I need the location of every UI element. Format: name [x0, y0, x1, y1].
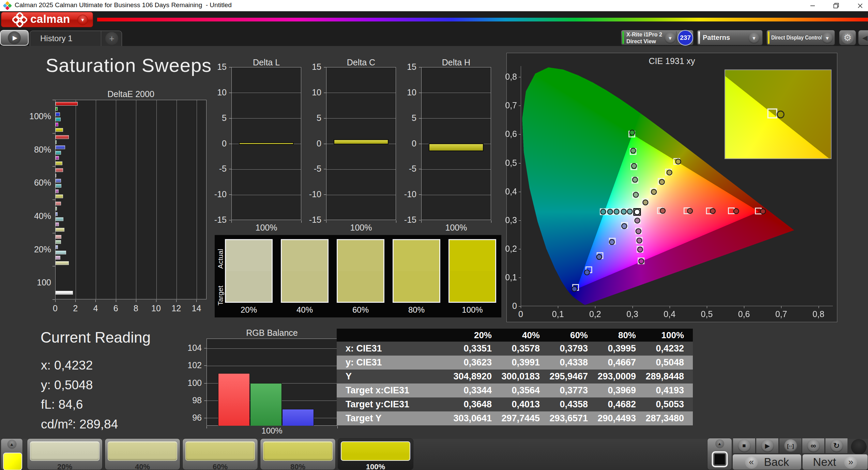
delta_c-ytickdash: [324, 118, 326, 119]
swatch-target-half: [226, 271, 272, 302]
deltae2000-gridline: [197, 100, 197, 299]
table-cell: 0,4358: [549, 397, 597, 411]
restore-button[interactable]: [828, 0, 844, 11]
cie-xtickdash: [558, 306, 558, 308]
delta_c-ytick: -15: [302, 215, 321, 225]
stop-icon: ■: [738, 439, 751, 452]
delta_h-ytickdash: [419, 220, 421, 220]
measure-up-button[interactable]: ▲: [715, 439, 724, 448]
cie-chart-title: CIE 1931 xy: [507, 56, 837, 66]
meter-dropdown[interactable]: X-Rite i1Pro 2 Direct View ▼ 237: [621, 30, 694, 45]
triangle-up-icon: ▲: [10, 442, 14, 447]
rgb-gridline: [207, 366, 337, 366]
swatch-40%[interactable]: [281, 239, 329, 303]
delta_l-ytickdash: [229, 220, 231, 220]
collapse-toolbar-button[interactable]: ◀: [858, 30, 868, 45]
meter-count-badge[interactable]: 237: [677, 30, 693, 46]
delta_h-ytick: -15: [397, 215, 416, 225]
next-button[interactable]: Next »: [802, 454, 868, 470]
sample-card-60%[interactable]: 60%: [182, 438, 258, 470]
play-icon: ▶: [8, 31, 21, 44]
sample-card-80%[interactable]: 80%: [260, 438, 336, 470]
cie-xtickdash: [521, 306, 521, 308]
gear-icon: ⚙: [841, 32, 854, 44]
minimize-button[interactable]: [805, 0, 820, 11]
delta_c-xlabel: 100%: [341, 223, 382, 233]
page-title: Saturation Sweeps: [46, 54, 212, 76]
delta_l-ytickdash: [229, 169, 231, 169]
sample-card-100%[interactable]: 100%: [338, 438, 413, 470]
patterns-label: Patterns: [703, 34, 730, 42]
table-cell: 0,3623: [453, 356, 501, 370]
swatch-60%[interactable]: [337, 239, 384, 303]
deltae2000-gridline: [156, 100, 157, 299]
delta_h-xtickdash: [421, 220, 422, 223]
deltae2000-xtick: 4: [89, 303, 102, 313]
deltae2000-bar: [56, 228, 64, 232]
add-tab-button[interactable]: +: [105, 32, 118, 45]
bracket-dots-button[interactable]: [··]: [779, 438, 802, 454]
deltae2000-gridline: [136, 100, 136, 299]
swatch-20%[interactable]: [225, 239, 273, 303]
meter-divider: [676, 31, 676, 44]
patterns-dropdown[interactable]: Patterns ▼: [697, 30, 763, 45]
cie-ytickdash: [519, 77, 521, 77]
sample-card-label: 80%: [260, 463, 335, 470]
measure-stop-button[interactable]: [712, 451, 728, 467]
calman-menu-button[interactable]: calman ▼: [1, 12, 93, 27]
tab-row: ▶ History 1 + X-Rite i1Pro 2 Direct View…: [0, 30, 868, 46]
play-button[interactable]: ▶: [756, 438, 779, 454]
cie-xtick: 0,1: [548, 309, 568, 319]
deltae2000-ytickdash: [52, 299, 55, 300]
rgb-xlabel: 100%: [252, 426, 292, 436]
tab-history-1[interactable]: History 1 +: [30, 31, 122, 46]
swatch-up-button[interactable]: ▲: [7, 440, 16, 449]
session-play-button[interactable]: ▶: [0, 30, 29, 46]
cie-xtick: 0,6: [734, 309, 754, 319]
display-control-dropdown[interactable]: Direct Display Control ▼: [766, 30, 835, 45]
swatch-label: 40%: [277, 305, 333, 315]
display-control-accent-bar: [768, 31, 770, 44]
current-color-swatch[interactable]: [3, 453, 22, 470]
deltae2000-bar: [56, 123, 58, 126]
delta_c-bar: [334, 139, 389, 145]
deltae2000-plot: [55, 100, 207, 299]
infinity-button[interactable]: ∞: [802, 438, 825, 454]
delta_h-ytickdash: [419, 93, 421, 93]
close-button[interactable]: [852, 0, 868, 11]
deltae2000-bar: [56, 240, 61, 244]
sample-card-swatch: [263, 441, 333, 461]
rgb-ytick: 96: [181, 413, 202, 423]
swatch-actual-half: [394, 240, 439, 271]
meter-accent-bar: [622, 31, 624, 44]
delta_c-ytick: -10: [302, 189, 321, 199]
back-button[interactable]: « Back: [732, 454, 802, 470]
deltae2000-bar: [56, 107, 58, 111]
delta_h-xlabel: 100%: [436, 223, 477, 233]
delta_l-ytickdash: [229, 118, 231, 119]
delta_l-ytickdash: [229, 144, 231, 144]
stop-button[interactable]: ■: [733, 438, 756, 454]
deltae2000-xtick: 8: [129, 303, 143, 313]
table-header: 100%: [645, 329, 693, 342]
app-header: calman ▼: [0, 11, 868, 30]
table-cell: 293,6571: [549, 411, 597, 425]
refresh-button[interactable]: ↻: [825, 438, 848, 454]
deltae2000-xtick: 6: [109, 303, 123, 313]
cie-xtick: 0,7: [771, 309, 791, 319]
table-row-label: Target y:CIE31: [337, 397, 453, 411]
cie-xtick: 0,4: [659, 309, 680, 319]
swatch-label: 20%: [221, 305, 277, 315]
delta_h-ytickdash: [419, 194, 421, 195]
sample-card-20%[interactable]: 20%: [27, 438, 103, 470]
sample-card-40%[interactable]: 40%: [105, 438, 180, 470]
swatch-100%[interactable]: [448, 239, 496, 303]
delta_c-ytick: 5: [302, 113, 321, 123]
swatch-80%[interactable]: [393, 239, 440, 303]
rgb-bar-green: [250, 383, 282, 426]
delta_c-ytick: 0: [302, 139, 321, 148]
settings-button[interactable]: ⚙: [839, 30, 856, 45]
deltae2000-group-label: 40%: [22, 211, 51, 221]
deltae2000-bar: [56, 112, 60, 116]
table-header: 60%: [549, 329, 597, 342]
